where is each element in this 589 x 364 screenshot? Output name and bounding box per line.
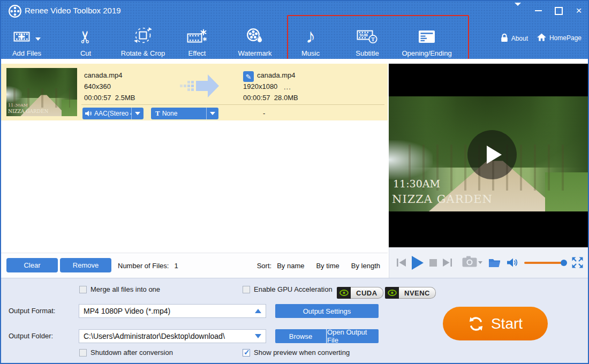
sort-label: Sort: — [257, 262, 271, 270]
toolbar-subtitle[interactable]: SUB T Subtitle — [343, 25, 392, 58]
next-button[interactable] — [443, 259, 452, 267]
audio-track-dropdown[interactable]: AAC(Stereo 4 — [82, 108, 144, 119]
output-more-button[interactable]: ... — [284, 83, 291, 91]
output-format-select[interactable]: MP4 1080P Video (*.mp4) — [79, 304, 266, 318]
start-label: Start — [491, 315, 523, 332]
homepage-link[interactable]: HomePage — [537, 33, 582, 43]
select-arrow-down-icon — [255, 334, 261, 338]
sort-by-name[interactable]: By name — [277, 262, 304, 270]
source-thumbnail: 11:30AM NIZZA GARDEN — [6, 68, 77, 116]
toolbar-label: Add Files — [2, 49, 51, 57]
window-controls: × — [513, 1, 584, 20]
file-count: Number of Files: 1 — [118, 253, 178, 278]
header-separator — [1, 59, 588, 64]
source-duration: 00:00:57 — [84, 94, 111, 102]
source-resolution: 640x360 — [84, 81, 111, 92]
merge-files-checkbox[interactable]: Merge all files into one — [79, 285, 160, 293]
stop-button[interactable] — [429, 259, 437, 267]
checkbox-unchecked — [79, 349, 87, 357]
previous-button[interactable] — [397, 259, 406, 267]
show-preview-checkbox[interactable]: Show preview when converting — [243, 348, 350, 357]
music-note-icon: ♪ — [306, 27, 316, 46]
source-duration-size: 00:00:57 2.5MB — [84, 93, 135, 103]
toolbar-label: Effect — [173, 49, 221, 57]
open-output-file-button[interactable]: Open Output File — [327, 329, 379, 343]
video-preview: 11:30AM NIZZA GARDEN — [389, 64, 589, 247]
subtitle-t-icon: T — [151, 109, 160, 118]
toolbar-add-files[interactable]: Add Files — [2, 25, 51, 58]
toolbar-watermark[interactable]: Watermark — [228, 25, 282, 58]
opening-ending-icon — [418, 30, 435, 46]
sort-by-length[interactable]: By length — [351, 262, 380, 270]
camera-icon — [462, 256, 477, 269]
cut-scissors-icon: ✂ — [77, 30, 95, 44]
volume-slider-knob[interactable] — [561, 260, 567, 266]
subtitle-track-value: None — [160, 110, 206, 117]
output-settings-button[interactable]: Output Settings — [275, 304, 379, 318]
app-logo-reel-icon — [8, 4, 22, 20]
output-duration: 00:00:57 — [243, 94, 270, 102]
output-folder-select[interactable]: C:\Users\Administrator\Desktop\download\ — [79, 329, 266, 343]
toolbar-effect[interactable]: Effect — [173, 25, 221, 58]
edit-output-name-button[interactable]: ✎ — [243, 71, 254, 82]
fullscreen-button[interactable] — [572, 257, 583, 268]
play-button[interactable] — [412, 256, 424, 270]
maximize-button[interactable] — [554, 6, 563, 16]
speaker-icon — [82, 110, 92, 117]
window-title: Renee Video Toolbox 2019 — [25, 1, 121, 20]
gpu-acceleration-checkbox[interactable]: Enable GPU Acceleration — [243, 285, 333, 293]
snapshot-button[interactable] — [462, 256, 482, 269]
toolbar-opening-ending[interactable]: Opening/Ending — [391, 25, 463, 58]
row-separator — [81, 104, 384, 105]
nvenc-label: NVENC — [399, 287, 436, 299]
window-menu-button[interactable] — [513, 6, 523, 16]
toolbar-cut[interactable]: ✂ Cut — [61, 25, 110, 58]
toolbar-label: Watermark — [228, 49, 282, 57]
shutdown-label: Shutdown after conversion — [90, 348, 173, 357]
start-button[interactable]: Start — [443, 307, 548, 340]
output-format-label: Output Format: — [9, 304, 55, 318]
shutdown-checkbox[interactable]: Shutdown after conversion — [79, 348, 173, 357]
video-overlay-title: NIZZA GARDEN — [392, 193, 493, 206]
toolbar-label: Music — [286, 49, 335, 57]
clear-button[interactable]: Clear — [6, 258, 58, 272]
about-link[interactable]: About — [501, 33, 528, 44]
subtitle-track-dropdown[interactable]: T None — [151, 108, 218, 119]
minimize-button[interactable] — [533, 6, 543, 16]
toolbar-music[interactable]: ♪ Music — [286, 25, 335, 58]
toolbar-label: Cut — [61, 49, 110, 57]
output-size: 28.0MB — [274, 94, 298, 102]
merge-files-label: Merge all files into one — [90, 285, 160, 293]
thumbnail-image: 11:30AM NIZZA GARDEN — [6, 68, 77, 116]
open-folder-button[interactable] — [488, 257, 501, 268]
thumb-overlay-title: NIZZA GARDEN — [8, 109, 48, 114]
nvenc-badge: NVENC — [385, 287, 436, 299]
volume-slider[interactable] — [524, 262, 566, 264]
minimize-icon — [535, 10, 542, 11]
output-resolution: 1920x1080 — [243, 81, 277, 92]
toolbar-rotate-crop[interactable]: Rotate & Crop — [111, 25, 175, 58]
remove-button[interactable]: Remove — [60, 258, 111, 272]
pencil-icon: ✎ — [246, 73, 252, 81]
subtitle-dropdown-arrow-icon — [206, 108, 218, 119]
browse-button[interactable]: Browse — [275, 329, 326, 343]
sort-controls: Sort: By name By time By length — [257, 253, 380, 278]
preview-play-overlay-button[interactable] — [467, 130, 517, 179]
show-preview-label: Show preview when converting — [254, 348, 350, 357]
volume-button[interactable] — [507, 258, 518, 267]
checkbox-unchecked — [243, 286, 250, 293]
maximize-icon — [555, 7, 563, 15]
source-filename: canada.mp4 — [84, 70, 123, 81]
file-row[interactable]: 11:30AM NIZZA GARDEN canada.mp4 640x360 … — [1, 64, 388, 120]
subtitle-icon: SUB T — [357, 28, 378, 46]
menu-caret-icon — [515, 6, 521, 16]
cuda-label: CUDA — [351, 287, 383, 299]
snapshot-caret-icon — [478, 261, 482, 264]
rotate-crop-icon — [133, 26, 153, 46]
output-folder-label: Output Folder: — [9, 329, 53, 343]
output-folder-value: C:\Users\Administrator\Desktop\download\ — [84, 332, 225, 340]
homepage-label: HomePage — [549, 34, 582, 42]
close-button[interactable]: × — [574, 6, 584, 16]
toolbar-label: Subtitle — [343, 49, 392, 57]
sort-by-time[interactable]: By time — [316, 262, 339, 270]
